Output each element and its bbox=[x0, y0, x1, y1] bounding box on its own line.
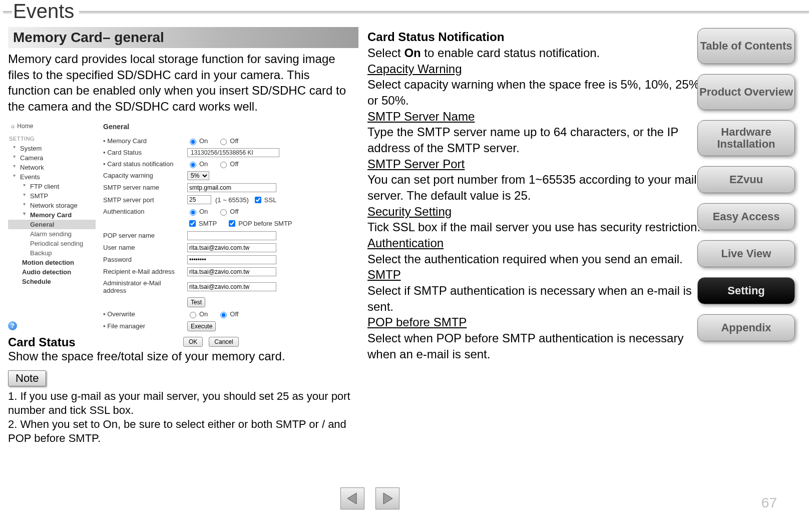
ssl-checkbox[interactable]: SSL bbox=[253, 195, 277, 205]
mid-h5: Security Setting bbox=[367, 205, 452, 218]
mid-p7: Select if SMTP authentication is necessa… bbox=[367, 283, 708, 314]
smtp-port-input[interactable] bbox=[187, 195, 211, 204]
nav-setting[interactable]: Setting bbox=[697, 277, 795, 304]
tree-label: Motion detection bbox=[22, 259, 74, 266]
caret-icon: ▸ bbox=[12, 165, 18, 170]
mid-p2: Select capacity warning when the space f… bbox=[367, 77, 708, 108]
auth-label: Authentication bbox=[103, 208, 183, 215]
pop-checkbox[interactable]: POP before SMTP bbox=[227, 219, 292, 228]
radio-label: On bbox=[199, 208, 208, 215]
tree-system[interactable]: ▸System bbox=[8, 144, 96, 153]
nav-easy-access[interactable]: Easy Access bbox=[697, 203, 795, 230]
notification-off-radio[interactable]: Off bbox=[218, 160, 238, 168]
pop-server-input[interactable] bbox=[187, 231, 276, 240]
overwrite-off-radio[interactable]: Off bbox=[218, 310, 238, 318]
title-rule bbox=[3, 11, 809, 14]
tree-network-storage[interactable]: ▸Network storage bbox=[8, 201, 96, 210]
tree-label: General bbox=[30, 221, 54, 228]
tree-motion[interactable]: Motion detection bbox=[8, 258, 96, 267]
note-line-1: 1. If you use g-mail as your mail server… bbox=[8, 389, 358, 417]
caret-icon: ▸ bbox=[12, 155, 18, 160]
test-button[interactable]: Test bbox=[187, 297, 205, 307]
auth-off-radio[interactable]: Off bbox=[218, 208, 238, 216]
smtp-checkbox[interactable]: SMTP bbox=[187, 219, 217, 228]
user-label: User name bbox=[103, 244, 183, 251]
radio-label: On bbox=[199, 137, 208, 145]
execute-button[interactable]: Execute bbox=[187, 321, 216, 331]
radio-label: On bbox=[199, 160, 208, 168]
notification-on-radio[interactable]: On bbox=[187, 160, 208, 168]
mid-h2: Capacity Warning bbox=[367, 62, 462, 76]
tree-general[interactable]: General bbox=[8, 220, 96, 229]
help-icon[interactable]: ? bbox=[8, 321, 17, 330]
tree-network[interactable]: ▸Network bbox=[8, 163, 96, 172]
note-button[interactable]: Note bbox=[8, 370, 46, 386]
caret-icon: ▸ bbox=[12, 146, 18, 151]
radio-label: Off bbox=[230, 137, 238, 145]
nav-hardware-installation[interactable]: Hardware Installation bbox=[697, 120, 795, 156]
mid-p8: Select when POP before SMTP authenticati… bbox=[367, 330, 708, 362]
svg-marker-0 bbox=[347, 493, 356, 504]
tree-label: Memory Card bbox=[30, 211, 72, 219]
nav-ezvuu[interactable]: EZvuu bbox=[697, 166, 795, 193]
tree-smtp[interactable]: ▸SMTP bbox=[8, 191, 96, 201]
caret-icon: ▸ bbox=[22, 193, 28, 198]
cancel-button[interactable]: Cancel bbox=[209, 337, 238, 347]
mid-p6: Select the authentication required when … bbox=[367, 251, 708, 267]
tree-schedule[interactable]: Schedule bbox=[8, 277, 96, 286]
smtp-name-input[interactable] bbox=[187, 183, 276, 192]
mid-p5: Tick SSL box if the mail server you use … bbox=[367, 219, 708, 235]
tree-ftp[interactable]: ▸FTP client bbox=[8, 182, 96, 191]
mid-p1: Select On to enable card status notifica… bbox=[367, 45, 708, 61]
tree-camera[interactable]: ▸Camera bbox=[8, 153, 96, 163]
memory-card-on-radio[interactable]: On bbox=[187, 137, 208, 145]
memory-card-off-radio[interactable]: Off bbox=[218, 137, 238, 145]
tree-memory-card[interactable]: ▸Memory Card bbox=[8, 210, 96, 220]
intro-text: Memory card provides local storage funct… bbox=[8, 51, 348, 115]
recipient-input[interactable] bbox=[187, 267, 276, 276]
mid-h3: SMTP Server Name bbox=[367, 110, 475, 123]
overwrite-on-radio[interactable]: On bbox=[187, 310, 208, 318]
capacity-select[interactable]: 5% bbox=[187, 171, 209, 180]
ok-button[interactable]: OK bbox=[183, 337, 203, 347]
radio-label: Off bbox=[230, 310, 238, 318]
tree-audio[interactable]: Audio detection bbox=[8, 267, 96, 277]
admin-label: Administrator e-Mail address bbox=[103, 279, 183, 294]
embedded-settings-panel: ☼ Home SETTING ▸System ▸Camera ▸Network … bbox=[8, 118, 358, 330]
form-title: General bbox=[103, 123, 358, 131]
nav-appendix[interactable]: Appendix bbox=[697, 314, 795, 341]
caret-icon: ▸ bbox=[12, 174, 18, 179]
card-status-text: Show the space free/total size of your m… bbox=[8, 349, 358, 363]
home-link[interactable]: ☼ Home bbox=[8, 121, 96, 135]
arrow-right-icon bbox=[380, 491, 394, 505]
admin-input[interactable] bbox=[187, 282, 276, 291]
tree-label: Backup bbox=[30, 249, 52, 257]
user-input[interactable] bbox=[187, 243, 276, 252]
radio-label: Off bbox=[230, 208, 238, 215]
caret-icon: ▸ bbox=[22, 203, 28, 208]
smtp-port-label: SMTP server port bbox=[103, 196, 183, 204]
prev-page-button[interactable] bbox=[340, 487, 364, 509]
memory-card-label: Memory Card bbox=[103, 137, 183, 145]
card-status-label: Card Status bbox=[103, 149, 183, 156]
auth-on-radio[interactable]: On bbox=[187, 208, 208, 216]
home-label: Home bbox=[17, 123, 33, 130]
card-status-value: 13130256/15538856 KI bbox=[187, 148, 279, 157]
mid-h8: POP before SMTP bbox=[367, 315, 467, 329]
smtp-port-hint: (1 ~ 65535) bbox=[215, 196, 249, 204]
mid-h7: SMTP bbox=[367, 268, 401, 281]
tree-label: System bbox=[20, 145, 42, 152]
mid-p4: You can set port number from 1~65535 acc… bbox=[367, 172, 708, 203]
tree-events[interactable]: ▸Events bbox=[8, 172, 96, 182]
radio-label: Off bbox=[230, 160, 238, 168]
tree-periodical[interactable]: Periodical sending bbox=[8, 239, 96, 248]
tree-alarm[interactable]: Alarm sending bbox=[8, 229, 96, 239]
tree-label: Schedule bbox=[22, 278, 51, 285]
tree-label: Events bbox=[20, 173, 40, 181]
nav-live-view[interactable]: Live View bbox=[697, 240, 795, 267]
tree-backup[interactable]: Backup bbox=[8, 248, 96, 258]
nav-toc[interactable]: Table of Contents bbox=[697, 28, 795, 64]
nav-product-overview[interactable]: Product Overview bbox=[697, 74, 795, 110]
next-page-button[interactable] bbox=[375, 487, 399, 509]
pass-input[interactable] bbox=[187, 255, 276, 264]
